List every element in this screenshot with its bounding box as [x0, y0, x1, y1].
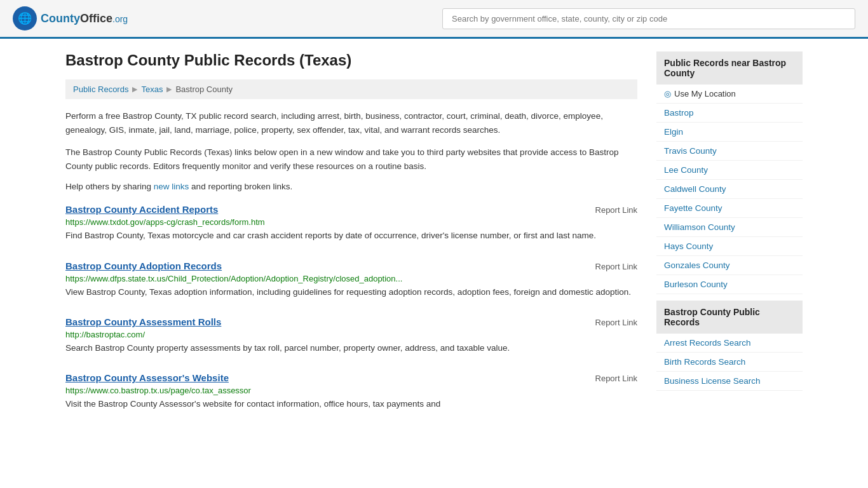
sidebar-item-gonzales-county[interactable]: Gonzales County — [656, 256, 803, 275]
sidebar-item-williamson-county[interactable]: Williamson County — [656, 218, 803, 237]
sidebar-nearby-header: Public Records near Bastrop County — [656, 51, 803, 85]
links-paragraph: The Bastrop County Public Records (Texas… — [65, 146, 637, 173]
breadcrumb-current: Bastrop County — [175, 85, 233, 94]
page-title: Bastrop County Public Records (Texas) — [65, 51, 637, 69]
record-entry-adoption: Bastrop County Adoption Records Report L… — [65, 261, 637, 301]
sidebar-item-elgin[interactable]: Elgin — [656, 123, 803, 142]
sidebar-item-burleson-county[interactable]: Burleson County — [656, 275, 803, 294]
logo-text: CountyOffice.org — [41, 12, 128, 25]
breadcrumb-public-records[interactable]: Public Records — [73, 85, 128, 94]
record-entry-assessor: Bastrop County Assessor's Website Report… — [65, 372, 637, 413]
record-header-assessment: Bastrop County Assessment Rolls Report L… — [65, 316, 637, 327]
sidebar-nearby-section: Public Records near Bastrop County Use M… — [656, 51, 803, 294]
logo-office: Office — [80, 12, 112, 25]
record-entry-accident: Bastrop County Accident Reports Report L… — [65, 204, 637, 245]
record-url-assessment[interactable]: http://bastroptac.com/ — [65, 330, 637, 339]
record-url-adoption[interactable]: https://www.dfps.state.tx.us/Child_Prote… — [65, 274, 637, 283]
help-text-before: Help others by sharing — [65, 182, 154, 191]
content-area: Bastrop County Public Records (Texas) Pu… — [65, 51, 637, 428]
search-bar — [442, 8, 855, 29]
breadcrumb: Public Records ▶ Texas ▶ Bastrop County — [65, 79, 637, 99]
sidebar-item-caldwell-county[interactable]: Caldwell County — [656, 180, 803, 199]
record-url-assessor[interactable]: https://www.co.bastrop.tx.us/page/co.tax… — [65, 386, 637, 395]
record-title-accident[interactable]: Bastrop County Accident Reports — [65, 204, 218, 215]
sidebar-item-hays-county[interactable]: Hays County — [656, 237, 803, 256]
record-header-adoption: Bastrop County Adoption Records Report L… — [65, 261, 637, 271]
record-header-assessor: Bastrop County Assessor's Website Report… — [65, 372, 637, 383]
report-link-assessment[interactable]: Report Link — [595, 318, 637, 327]
record-title-assessor[interactable]: Bastrop County Assessor's Website — [65, 372, 229, 383]
sidebar-item-arrest-records[interactable]: Arrest Records Search — [656, 334, 803, 353]
report-link-adoption[interactable]: Report Link — [595, 262, 637, 271]
sidebar: Public Records near Bastrop County Use M… — [656, 51, 803, 428]
help-text-after: and reporting broken links. — [189, 182, 292, 191]
main-container: Bastrop County Public Records (Texas) Pu… — [53, 39, 815, 441]
report-link-assessor[interactable]: Report Link — [595, 374, 637, 383]
sidebar-item-use-location[interactable]: Use My Location — [656, 85, 803, 104]
report-link-accident[interactable]: Report Link — [595, 205, 637, 215]
logo-org: .org — [112, 14, 128, 24]
new-links-link[interactable]: new links — [154, 182, 189, 191]
sidebar-public-records-section: Bastrop County Public Records Arrest Rec… — [656, 301, 803, 391]
record-desc-adoption: View Bastrop County, Texas adoption info… — [65, 286, 637, 299]
sidebar-public-records-header: Bastrop County Public Records — [656, 301, 803, 334]
record-title-assessment[interactable]: Bastrop County Assessment Rolls — [65, 316, 221, 327]
sidebar-item-lee-county[interactable]: Lee County — [656, 161, 803, 180]
logo-icon: 🌐 — [13, 6, 37, 30]
sidebar-item-business-license[interactable]: Business License Search — [656, 372, 803, 391]
sidebar-item-fayette-county[interactable]: Fayette County — [656, 199, 803, 218]
record-desc-assessor: Visit the Bastrop County Assessor's webs… — [65, 398, 637, 410]
breadcrumb-texas[interactable]: Texas — [141, 85, 163, 94]
record-desc-assessment: Search Bastrop County property assessmen… — [65, 342, 637, 355]
sidebar-item-bastrop[interactable]: Bastrop — [656, 104, 803, 123]
sidebar-item-birth-records[interactable]: Birth Records Search — [656, 353, 803, 372]
search-input[interactable] — [442, 8, 855, 29]
record-desc-accident: Find Bastrop County, Texas motorcycle an… — [65, 229, 637, 242]
logo-area: 🌐 CountyOffice.org — [13, 6, 128, 30]
breadcrumb-sep-1: ▶ — [132, 85, 137, 93]
record-header-accident: Bastrop County Accident Reports Report L… — [65, 204, 637, 215]
sidebar-item-travis-county[interactable]: Travis County — [656, 142, 803, 161]
intro-paragraph: Perform a free Bastrop County, TX public… — [65, 109, 637, 137]
records-list: Bastrop County Accident Reports Report L… — [65, 204, 637, 413]
record-entry-assessment: Bastrop County Assessment Rolls Report L… — [65, 316, 637, 357]
record-title-adoption[interactable]: Bastrop County Adoption Records — [65, 261, 222, 271]
logo-county: County — [41, 12, 80, 25]
help-paragraph: Help others by sharing new links and rep… — [65, 182, 637, 191]
record-url-accident[interactable]: https://www.txdot.gov/apps-cg/crash_reco… — [65, 217, 637, 227]
site-header: 🌐 CountyOffice.org — [0, 0, 868, 39]
breadcrumb-sep-2: ▶ — [166, 85, 172, 93]
